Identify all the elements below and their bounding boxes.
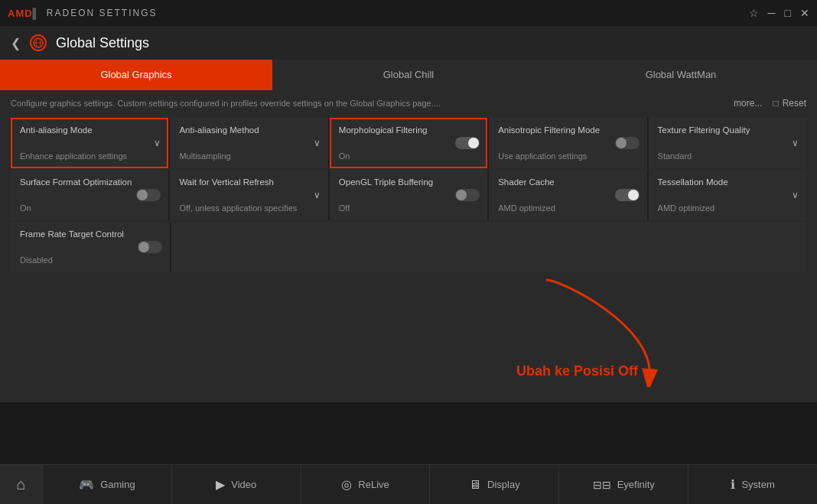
morphological-filtering-cell[interactable]: Morphological Filtering On	[330, 118, 487, 168]
surface-format-optimization-cell[interactable]: Surface Format Optimization On	[11, 170, 168, 220]
eyefinity-icon: ⊟⊟	[593, 479, 611, 491]
shader-cache-value: AMD optimized	[498, 203, 637, 213]
info-text: Configure graphics settings. Custom sett…	[11, 99, 441, 108]
home-icon: ⌂	[16, 476, 25, 493]
annotation-text: Ubah ke Posisi Off	[516, 363, 638, 379]
opengl-triple-buffering-value: Off	[339, 203, 478, 213]
anti-aliasing-mode-label: Anti-aliasing Mode	[20, 125, 159, 135]
reset-icon: □	[773, 98, 778, 109]
shader-cache-label: Shader Cache	[498, 177, 637, 187]
anti-aliasing-method-label: Anti-aliasing Method	[179, 125, 318, 135]
morphological-filtering-value: On	[339, 151, 478, 161]
info-bar: Configure graphics settings. Custom sett…	[11, 98, 806, 109]
bottom-nav-system[interactable]: ℹ System	[688, 465, 817, 504]
opengl-triple-buffering-toggle[interactable]	[455, 189, 480, 201]
tessellation-mode-cell[interactable]: Tessellation Mode AMD optimized ∨	[649, 170, 806, 220]
tab-global-graphics[interactable]: Global Graphics	[0, 60, 272, 90]
anisotropic-filtering-mode-toggle[interactable]	[615, 137, 640, 149]
annotation-area: Ubah ke Posisi Off	[11, 272, 806, 395]
bottom-nav-relive[interactable]: ◎ ReLive	[301, 465, 431, 504]
system-icon: ℹ	[731, 477, 735, 492]
frame-rate-target-control-cell[interactable]: Frame Rate Target Control Disabled	[11, 222, 170, 272]
anisotropic-filtering-mode-cell[interactable]: Anisotropic Filtering Mode Use applicati…	[489, 118, 646, 168]
wait-vertical-refresh-value: Off, unless application specifies	[179, 203, 318, 213]
frame-rate-target-control-value: Disabled	[20, 255, 161, 265]
app-name: RADEON SETTINGS	[47, 8, 158, 18]
system-label: System	[741, 479, 774, 490]
settings-row-2: Surface Format Optimization On Wait for …	[11, 170, 806, 220]
display-icon: 🖥	[469, 478, 481, 492]
anti-aliasing-method-value: Multisampling	[179, 151, 318, 161]
tab-bar: Global Graphics Global Chill Global Watt…	[0, 60, 817, 90]
anisotropic-filtering-mode-value: Use application settings	[498, 151, 637, 161]
more-link[interactable]: more...	[734, 98, 762, 109]
bottom-nav-eyefinity[interactable]: ⊟⊟ Eyefinity	[559, 465, 688, 504]
reset-button[interactable]: □ Reset	[773, 98, 806, 109]
globe-icon	[30, 34, 47, 51]
back-button[interactable]: ❮	[11, 36, 21, 50]
texture-filtering-quality-value: Standard	[658, 151, 797, 161]
bottom-nav-display[interactable]: 🖥 Display	[430, 465, 559, 504]
gaming-icon: 🎮	[79, 477, 94, 492]
page-title: Global Settings	[56, 35, 149, 51]
wait-vertical-refresh-label: Wait for Vertical Refresh	[179, 177, 318, 187]
anti-aliasing-mode-value: Enhance application settings	[20, 151, 159, 161]
maximize-button[interactable]: □	[785, 7, 791, 19]
anti-aliasing-mode-cell[interactable]: Anti-aliasing Mode Enhance application s…	[11, 118, 168, 168]
tessellation-mode-label: Tessellation Mode	[658, 177, 797, 187]
title-bar: AMD▌ RADEON SETTINGS ☆ ─ □ ✕	[0, 0, 817, 26]
opengl-triple-buffering-cell[interactable]: OpenGL Triple Buffering Off	[330, 170, 487, 220]
window-controls: ☆ ─ □ ✕	[749, 7, 809, 19]
bottom-nav: ⌂ 🎮 Gaming ▶ Video ◎ ReLive 🖥 Display ⊟⊟…	[0, 464, 817, 504]
wait-vertical-refresh-cell[interactable]: Wait for Vertical Refresh Off, unless ap…	[170, 170, 327, 220]
relive-label: ReLive	[358, 479, 389, 490]
anisotropic-filtering-mode-label: Anisotropic Filtering Mode	[498, 125, 637, 135]
close-button[interactable]: ✕	[800, 7, 809, 19]
morphological-filtering-toggle[interactable]	[455, 137, 480, 149]
texture-filtering-quality-label: Texture Filtering Quality	[658, 125, 797, 135]
shader-cache-toggle[interactable]	[615, 189, 640, 201]
bottom-nav-video[interactable]: ▶ Video	[172, 465, 301, 504]
header-nav: ❮ Global Settings	[0, 26, 817, 60]
anti-aliasing-method-dropdown[interactable]: ∨	[314, 138, 321, 148]
surface-format-optimization-value: On	[20, 203, 159, 213]
title-bar-left: AMD▌ RADEON SETTINGS	[8, 8, 158, 19]
tessellation-mode-value: AMD optimized	[658, 203, 797, 213]
surface-format-optimization-toggle[interactable]	[136, 189, 161, 201]
wait-vertical-refresh-dropdown[interactable]: ∨	[314, 190, 321, 200]
bottom-nav-gaming[interactable]: 🎮 Gaming	[43, 465, 172, 504]
texture-filtering-quality-cell[interactable]: Texture Filtering Quality Standard ∨	[649, 118, 806, 168]
relive-icon: ◎	[341, 477, 352, 492]
info-bar-right: more... □ Reset	[734, 98, 806, 109]
shader-cache-cell[interactable]: Shader Cache AMD optimized	[489, 170, 646, 220]
anti-aliasing-mode-dropdown[interactable]: ∨	[154, 138, 161, 148]
display-label: Display	[487, 479, 520, 490]
tab-global-wattman[interactable]: Global WattMan	[545, 60, 817, 90]
minimize-button[interactable]: ─	[768, 7, 776, 19]
content-area: Configure graphics settings. Custom sett…	[0, 90, 817, 402]
tab-global-chill[interactable]: Global Chill	[272, 60, 545, 90]
bookmark-icon[interactable]: ☆	[749, 7, 759, 19]
frame-rate-target-control-toggle[interactable]	[138, 241, 162, 253]
settings-row-3: Frame Rate Target Control Disabled	[11, 222, 806, 272]
amd-logo: AMD▌	[8, 8, 41, 19]
video-label: Video	[231, 479, 256, 490]
anti-aliasing-method-cell[interactable]: Anti-aliasing Method Multisampling ∨	[170, 118, 327, 168]
surface-format-optimization-label: Surface Format Optimization	[20, 177, 159, 187]
morphological-filtering-label: Morphological Filtering	[339, 125, 478, 135]
video-icon: ▶	[216, 477, 225, 492]
opengl-triple-buffering-label: OpenGL Triple Buffering	[339, 177, 478, 187]
gaming-label: Gaming	[100, 479, 135, 490]
settings-row-1: Anti-aliasing Mode Enhance application s…	[11, 118, 806, 168]
tessellation-mode-dropdown[interactable]: ∨	[792, 190, 799, 200]
bottom-nav-home[interactable]: ⌂	[0, 465, 43, 504]
frame-rate-target-control-label: Frame Rate Target Control	[20, 229, 161, 239]
eyefinity-label: Eyefinity	[617, 479, 655, 490]
texture-filtering-quality-dropdown[interactable]: ∨	[792, 138, 799, 148]
row3-spacer	[171, 222, 806, 272]
